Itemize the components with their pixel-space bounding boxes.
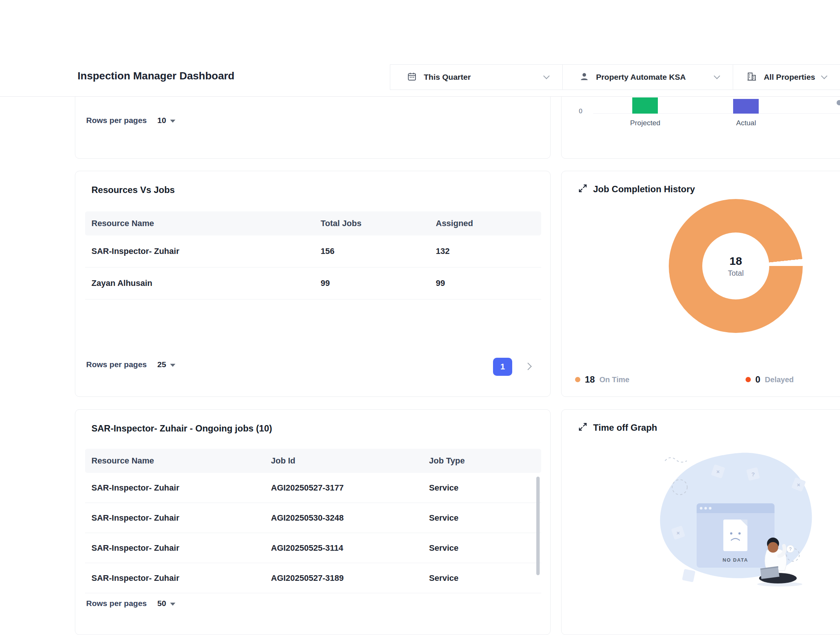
card-title: Job Completion History	[593, 184, 695, 194]
card-title: Time off Graph	[593, 422, 657, 433]
chevron-down-icon	[543, 73, 549, 79]
ongoing-jobs-card: SAR-Inspector- Zuhair - Ongoing jobs (10…	[75, 409, 551, 635]
donut-center: 18 Total	[702, 233, 769, 299]
page-title: Inspection Manager Dashboard	[77, 70, 234, 82]
bar-label-actual: Actual	[719, 119, 774, 127]
legend-dot-partial	[837, 100, 840, 106]
filter-organization[interactable]: Property Automate KSA	[563, 65, 734, 90]
card-title: SAR-Inspector- Zuhair - Ongoing jobs (10…	[92, 423, 272, 434]
rows-per-page-control[interactable]: Rows per pages 25	[86, 360, 175, 369]
dashboard-page: Inspection Manager Dashboard This Quarte…	[0, 0, 840, 635]
expand-icon[interactable]	[578, 422, 588, 433]
filter-organization-value: Property Automate KSA	[596, 72, 686, 82]
legend-dot-delayed	[745, 377, 751, 382]
filter-properties[interactable]: All Properties	[733, 65, 840, 90]
filter-properties-value: All Properties	[764, 72, 815, 82]
dashboard-content: Rows per pages 10 0 Projected Actual Res…	[0, 97, 840, 635]
pagination-next-icon[interactable]	[524, 362, 532, 370]
cell-assigned: 132	[429, 246, 541, 256]
rows-per-page-value: 50	[157, 599, 166, 608]
donut-total-label: Total	[728, 269, 744, 277]
table-row[interactable]: SAR-Inspector- Zuhair 156 132	[85, 235, 541, 268]
column-header: Job Id	[265, 456, 423, 466]
cell-resource-name: Zayan Alhusain	[85, 278, 314, 288]
column-header: Resource Name	[85, 456, 265, 466]
cell-job-id: AGI20250525-3114	[265, 543, 423, 553]
svg-text:×: ×	[797, 482, 801, 488]
cell-job-id: AGI20250527-3177	[265, 483, 423, 493]
caret-down-icon	[170, 364, 175, 367]
pagination-page-button[interactable]: 1	[493, 358, 512, 376]
card-title: Resources Vs Jobs	[92, 185, 175, 195]
legend-value: 0	[755, 374, 760, 385]
cell-resource-name: SAR-Inspector- Zuhair	[85, 246, 314, 256]
table-row[interactable]: SAR-Inspector- Zuhair AGI20250527-3189 S…	[85, 563, 541, 593]
rows-per-page-control[interactable]: Rows per pages 50	[86, 599, 175, 608]
no-data-label: NO DATA	[723, 557, 748, 563]
cell-job-type: Service	[423, 483, 541, 493]
cell-job-id: AGI20250530-3248	[265, 513, 423, 523]
building-icon	[747, 71, 757, 83]
cell-resource-name: SAR-Inspector- Zuhair	[85, 513, 265, 523]
bar-label-projected: Projected	[618, 119, 673, 127]
svg-text:?: ?	[789, 547, 792, 552]
resources-vs-jobs-card: Resources Vs Jobs Resource Name Total Jo…	[75, 171, 551, 397]
table-header: Resource Name Total Jobs Assigned	[85, 211, 541, 235]
job-completion-history-card: Job Completion History 18 Total 18 On Ti…	[561, 171, 840, 397]
svg-text:×: ×	[717, 468, 720, 475]
legend-value: 18	[585, 374, 595, 385]
top-table-card: Rows per pages 10	[75, 97, 551, 159]
chevron-down-icon	[714, 73, 720, 79]
cell-assigned: 99	[429, 278, 541, 288]
filter-bar: This Quarter Property Automate KSA	[390, 64, 840, 90]
rows-per-page-label: Rows per pages	[86, 360, 147, 369]
filter-period-value: This Quarter	[424, 72, 471, 82]
table-scrollbar[interactable]	[536, 477, 540, 575]
ongoing-jobs-table: Resource Name Job Id Job Type SAR-Inspec…	[85, 449, 541, 593]
legend-on-time: 18 On Time	[575, 374, 629, 385]
time-off-graph-card: Time off Graph × ?	[561, 409, 840, 635]
caret-down-icon	[170, 120, 175, 123]
cell-job-type: Service	[423, 573, 541, 583]
table-header: Resource Name Job Id Job Type	[85, 449, 541, 473]
table-row[interactable]: SAR-Inspector- Zuhair AGI20250525-3114 S…	[85, 533, 541, 563]
cell-job-type: Service	[423, 513, 541, 523]
cell-job-type: Service	[423, 543, 541, 553]
projected-vs-actual-card: 0 Projected Actual	[561, 97, 840, 159]
calendar-icon	[407, 71, 417, 83]
legend-dot-on-time	[575, 377, 580, 382]
table-row[interactable]: SAR-Inspector- Zuhair AGI20250530-3248 S…	[85, 503, 541, 533]
cell-resource-name: SAR-Inspector- Zuhair	[85, 543, 265, 553]
table-row[interactable]: SAR-Inspector- Zuhair AGI20250527-3177 S…	[85, 473, 541, 503]
user-icon	[579, 71, 589, 83]
expand-icon[interactable]	[578, 183, 588, 195]
no-data-illustration: × ? × × NO DATA	[646, 449, 820, 586]
table-row[interactable]: Zayan Alhusain 99 99	[85, 268, 541, 299]
column-header: Resource Name	[85, 219, 314, 228]
column-header: Job Type	[423, 456, 541, 466]
x-axis-line	[593, 113, 840, 113]
donut-total-value: 18	[729, 255, 742, 268]
column-header: Total Jobs	[314, 219, 429, 228]
y-axis-zero-tick: 0	[579, 107, 582, 115]
cell-resource-name: SAR-Inspector- Zuhair	[85, 483, 265, 493]
legend-label: On Time	[600, 375, 630, 384]
rows-per-page-label: Rows per pages	[86, 599, 147, 608]
legend-delayed: 0 Delayed	[745, 374, 794, 385]
rows-per-page-value: 25	[157, 360, 166, 369]
caret-down-icon	[170, 603, 175, 606]
svg-text:?: ?	[751, 471, 755, 477]
chevron-down-icon	[821, 73, 827, 79]
rows-per-page-value: 10	[157, 116, 166, 125]
cell-resource-name: SAR-Inspector- Zuhair	[85, 573, 265, 583]
filter-period[interactable]: This Quarter	[390, 65, 563, 90]
legend-label: Delayed	[765, 375, 794, 384]
column-header: Assigned	[429, 219, 541, 228]
cell-total-jobs: 156	[314, 246, 429, 256]
cell-total-jobs: 99	[314, 278, 429, 288]
rows-per-page-control[interactable]: Rows per pages 10	[86, 116, 175, 125]
resources-table: Resource Name Total Jobs Assigned SAR-In…	[85, 211, 541, 299]
rows-per-page-label: Rows per pages	[86, 116, 147, 125]
bar-actual	[733, 99, 759, 113]
donut-chart: 18 Total	[669, 199, 803, 333]
